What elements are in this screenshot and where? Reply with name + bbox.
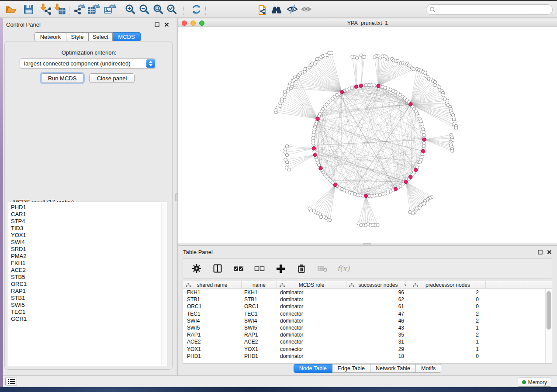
list-item[interactable]: GCR1 (11, 316, 167, 323)
table-row[interactable]: SWI4SWI4dominator462 (183, 317, 545, 324)
table-cell[interactable]: 46 (346, 317, 410, 324)
list-item[interactable]: PMA2 (11, 253, 167, 260)
table-row[interactable]: STB1STB1dominator620 (183, 296, 545, 303)
unselect-all-columns-button[interactable] (254, 263, 265, 274)
table-settings-button[interactable] (191, 263, 202, 274)
table-cell[interactable]: 0 (410, 296, 486, 303)
table-cell[interactable]: PHD1 (242, 353, 277, 360)
hide-graphics-details-button[interactable] (286, 3, 299, 16)
table-cell[interactable]: dominator (277, 303, 346, 310)
table-cell[interactable]: 18 (346, 353, 410, 360)
network-node[interactable] (373, 84, 376, 87)
table-cell[interactable]: 61 (346, 303, 410, 310)
table-cell[interactable]: ACE2 (242, 338, 277, 345)
close-panel-icon[interactable] (164, 22, 170, 28)
list-item[interactable]: SWI4 (11, 239, 167, 246)
leaf-node[interactable] (454, 127, 458, 130)
export-network-button[interactable] (73, 3, 86, 16)
tab-style[interactable]: Style (66, 32, 89, 41)
mcds-node[interactable] (404, 180, 408, 183)
table-row[interactable]: RAP1RAP1dominator352 (183, 331, 545, 338)
clone-network-button[interactable] (257, 3, 270, 16)
table-cell[interactable]: PHD1 (183, 353, 242, 360)
table-cell[interactable]: dominator (277, 331, 346, 338)
table-cell[interactable]: connector (277, 310, 346, 317)
tab-motifs[interactable]: Motifs (416, 364, 441, 373)
refresh-button[interactable] (190, 3, 203, 16)
splitter-grip[interactable] (363, 243, 371, 245)
show-graphics-details-button[interactable] (300, 3, 313, 16)
table-cell[interactable]: connector (277, 324, 346, 331)
table-cell[interactable]: RAP1 (242, 331, 277, 338)
table-cell[interactable]: 96 (346, 289, 410, 296)
mcds-node[interactable] (422, 138, 426, 141)
zoom-in-button[interactable] (124, 3, 137, 16)
leaf-node[interactable] (433, 80, 437, 84)
table-cell[interactable]: TEC1 (183, 310, 242, 317)
table-cell[interactable]: 31 (346, 338, 410, 345)
table-cell[interactable]: 0 (410, 303, 486, 310)
mcds-node[interactable] (409, 102, 412, 106)
float-panel-icon[interactable] (537, 249, 543, 255)
zoom-out-button[interactable] (138, 3, 151, 16)
search-objects-button[interactable] (271, 3, 284, 16)
create-column-button[interactable] (275, 263, 286, 274)
close-panel-icon[interactable] (547, 249, 552, 255)
mcds-node[interactable] (364, 194, 367, 198)
table-cell[interactable]: SWI4 (242, 317, 277, 324)
table-cell[interactable]: STB1 (242, 296, 277, 303)
search-input[interactable] (426, 4, 553, 15)
list-item[interactable]: ORC1 (11, 281, 167, 288)
table-cell[interactable]: dominator (277, 317, 346, 324)
close-panel-button[interactable]: Close panel (89, 73, 135, 83)
leaf-node[interactable] (357, 222, 360, 225)
table-row[interactable]: ACE2ACE2connector311 (183, 338, 545, 345)
table-cell[interactable]: ACE2 (183, 338, 242, 345)
column-header-predecessor-nodes[interactable]: predecessor nodes (410, 281, 486, 289)
list-item[interactable]: ACE2 (11, 267, 167, 274)
leaf-node[interactable] (363, 55, 366, 59)
list-item[interactable]: SRD1 (11, 246, 167, 253)
table-cell[interactable]: SWI5 (183, 324, 242, 331)
export-image-button[interactable] (103, 3, 116, 16)
splitter-grip[interactable] (175, 193, 177, 201)
table-cell[interactable]: 2 (410, 289, 486, 296)
list-item[interactable]: TID3 (11, 225, 167, 232)
tab-select[interactable]: Select (89, 32, 113, 41)
column-header-name[interactable]: name (242, 281, 277, 289)
table-cell[interactable]: YOX1 (242, 346, 277, 353)
horizontal-splitter[interactable] (178, 243, 557, 246)
table-cell[interactable]: YOX1 (183, 346, 242, 353)
table-cell[interactable]: 47 (346, 310, 410, 317)
table-cell[interactable]: 62 (346, 296, 410, 303)
memory-button[interactable]: Memory (518, 378, 551, 387)
table-cell[interactable]: 29 (346, 346, 410, 353)
leaf-node[interactable] (330, 52, 333, 55)
mcds-result-list[interactable]: PHD1CAR1STP4TID3YOX1SWI4SRD1PMA2FKH1ACE2… (8, 202, 167, 366)
column-header-mcds-role[interactable]: MCDS role (277, 281, 346, 289)
mcds-node[interactable] (319, 166, 322, 170)
table-cell[interactable]: dominator (277, 296, 346, 303)
table-cell[interactable]: 1 (410, 338, 486, 345)
table-row[interactable]: ORC1ORC1dominator610 (183, 303, 545, 310)
list-item[interactable]: TEC1 (11, 309, 167, 316)
table-cell[interactable]: FKH1 (242, 289, 277, 296)
select-all-columns-button[interactable] (233, 263, 244, 274)
mcds-node[interactable] (313, 153, 317, 157)
mcds-node[interactable] (340, 90, 343, 94)
leaf-node[interactable] (322, 215, 326, 218)
mcds-node[interactable] (316, 117, 319, 120)
list-item[interactable]: STB5 (11, 274, 167, 281)
delete-column-button[interactable] (296, 263, 307, 274)
leaf-node[interactable] (308, 207, 311, 210)
table-cell[interactable]: TEC1 (242, 310, 277, 317)
tab-node-table[interactable]: Node Table (294, 364, 332, 373)
list-item[interactable]: YOX1 (11, 232, 167, 239)
table-row[interactable]: YOX1YOX1connector291 (183, 346, 545, 353)
column-header-shared-name[interactable]: shared name (183, 281, 242, 289)
criterion-dropdown[interactable]: largest connected component (undirected) (20, 58, 156, 69)
table-cell[interactable]: 43 (346, 324, 410, 331)
show-column-panel-button[interactable] (212, 263, 223, 274)
vertical-splitter[interactable] (175, 18, 178, 375)
table-cell[interactable]: 2 (410, 310, 486, 317)
